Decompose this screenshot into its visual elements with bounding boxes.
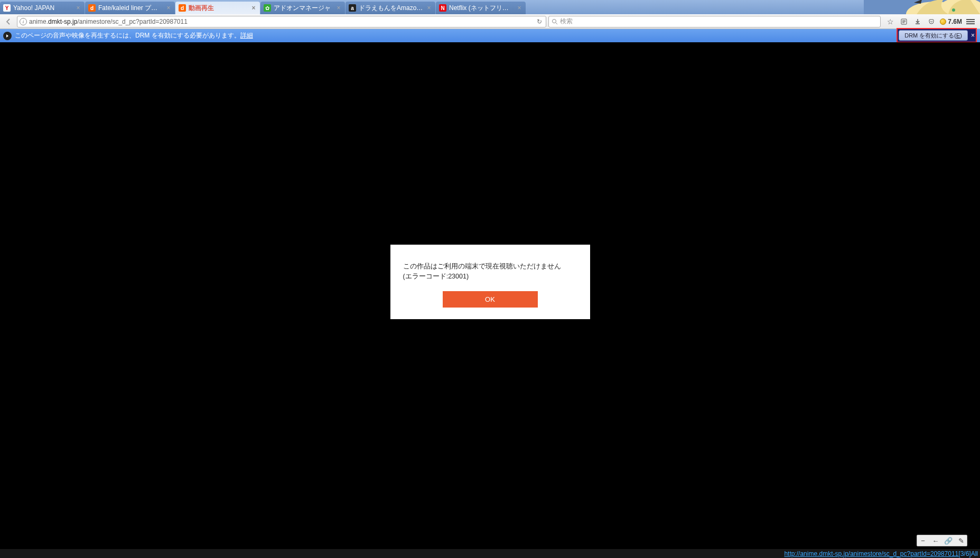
svg-point-4 xyxy=(552,19,556,23)
pocket-icon[interactable] xyxy=(926,16,937,27)
drm-notification-bar: このページの音声や映像を再生するには、DRM を有効にする必要があります。 詳細… xyxy=(0,29,980,42)
memory-dot-icon xyxy=(940,18,946,25)
vimperator-mini-toolbar: − ← 🔗 ✎ xyxy=(917,535,967,546)
reader-icon[interactable] xyxy=(899,16,909,27)
drm-info-icon xyxy=(3,32,12,40)
favicon-danime: d xyxy=(88,4,96,12)
tab-close-icon[interactable]: × xyxy=(335,5,342,11)
back-button[interactable] xyxy=(2,15,15,28)
error-message: この作品はご利用の端末で現在視聴いただけません (エラーコード:23001) xyxy=(403,262,577,282)
tab-netflix[interactable]: N Netflix (ネットフリックス)… × xyxy=(436,2,526,14)
address-bar[interactable]: i anime.dmkt-sp.jp/animestore/sc_d_pc?pa… xyxy=(17,16,546,27)
svg-line-5 xyxy=(556,23,557,24)
tab-title: ドラえもんをAmazonビ… xyxy=(359,4,424,13)
tab-video-playback[interactable]: d 動画再生 × xyxy=(175,2,260,14)
mini-link-icon[interactable]: 🔗 xyxy=(945,537,952,545)
favicon-amazon: a xyxy=(349,4,356,12)
ok-button[interactable]: OK xyxy=(443,291,538,308)
reload-icon[interactable]: ↻ xyxy=(535,18,544,25)
menu-button[interactable] xyxy=(965,16,976,27)
tab-close-icon[interactable]: × xyxy=(250,5,257,11)
memory-value: 7.6M xyxy=(948,18,962,25)
status-tab-index: [3/6] xyxy=(958,550,970,557)
downloads-icon[interactable] xyxy=(912,16,923,27)
error-line2: (エラーコード:23001) xyxy=(403,272,577,282)
tab-title: Fate/kaleid liner プリ… xyxy=(98,4,163,13)
drm-enable-highlight: DRM を有効にする(E) × xyxy=(897,28,977,43)
favicon-danime: d xyxy=(179,4,186,12)
video-player-area: この作品はご利用の端末で現在視聴いただけません (エラーコード:23001) O… xyxy=(0,42,980,549)
tab-title: Netflix (ネットフリックス)… xyxy=(449,4,514,13)
tab-addon-manager[interactable]: ✿ アドオンマネージャ × xyxy=(260,2,345,14)
notification-detail-link[interactable]: 詳細 xyxy=(240,31,253,40)
bookmark-star-icon[interactable]: ☆ xyxy=(885,16,895,27)
drm-enable-button[interactable]: DRM を有効にする(E) xyxy=(899,30,968,41)
memory-badge[interactable]: 7.6M xyxy=(940,18,962,25)
search-placeholder: 検索 xyxy=(560,17,573,26)
tab-strip: Y Yahoo! JAPAN × d Fate/kaleid liner プリ…… xyxy=(0,0,980,14)
hamburger-icon xyxy=(966,19,975,24)
tab-title: Yahoo! JAPAN xyxy=(13,4,73,12)
tab-doraemon[interactable]: a ドラえもんをAmazonビ… × xyxy=(346,2,435,14)
tab-close-icon[interactable]: × xyxy=(516,5,522,11)
notification-close-icon[interactable]: × xyxy=(971,32,975,39)
tab-yahoo[interactable]: Y Yahoo! JAPAN × xyxy=(0,2,85,14)
url-text: anime.dmkt-sp.jp/animestore/sc_d_pc?part… xyxy=(29,18,188,25)
mini-left-icon[interactable]: ← xyxy=(932,537,939,545)
tab-fate[interactable]: d Fate/kaleid liner プリ… × xyxy=(85,2,175,14)
status-bar: http://anime.dmkt-sp.jp/animestore/sc_d_… xyxy=(0,549,980,558)
mini-edit-icon[interactable]: ✎ xyxy=(957,537,965,545)
site-info-icon[interactable]: i xyxy=(20,18,27,25)
error-dialog: この作品はご利用の端末で現在視聴いただけません (エラーコード:23001) O… xyxy=(390,245,590,319)
favicon-addons: ✿ xyxy=(264,4,271,12)
search-bar[interactable]: 検索 xyxy=(548,16,881,27)
navigation-bar: i anime.dmkt-sp.jp/animestore/sc_d_pc?pa… xyxy=(0,14,980,29)
status-mode: All xyxy=(971,550,978,557)
toolbar-icons: ☆ 7.6M xyxy=(883,16,978,27)
error-line1: この作品はご利用の端末で現在視聴いただけません xyxy=(403,262,577,272)
search-icon xyxy=(551,18,558,25)
notification-text: このページの音声や映像を再生するには、DRM を有効にする必要があります。 xyxy=(15,31,240,40)
tab-title: アドオンマネージャ xyxy=(274,4,333,13)
svg-point-3 xyxy=(952,8,955,12)
favicon-netflix: N xyxy=(439,4,446,12)
tab-title: 動画再生 xyxy=(189,4,248,13)
mini-minus-icon[interactable]: − xyxy=(919,537,927,545)
browser-persona-art xyxy=(864,0,980,14)
tab-close-icon[interactable]: × xyxy=(165,5,172,11)
tab-close-icon[interactable]: × xyxy=(426,5,432,11)
tab-close-icon[interactable]: × xyxy=(75,5,81,11)
status-url[interactable]: http://anime.dmkt-sp.jp/animestore/sc_d_… xyxy=(784,550,958,557)
favicon-yahoo: Y xyxy=(3,4,11,12)
